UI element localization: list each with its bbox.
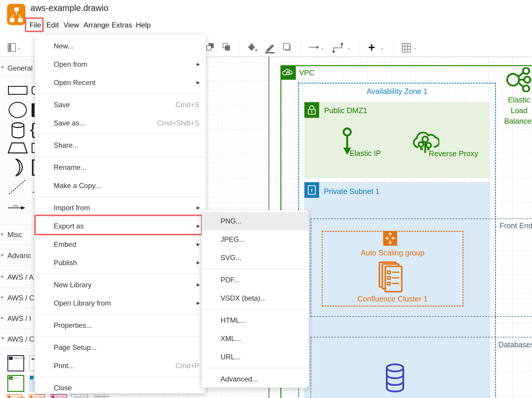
menu-file[interactable]: File — [30, 20, 41, 30]
menu-divider — [202, 307, 309, 311]
vpc-border-top — [280, 65, 532, 66]
menu-divider — [35, 375, 206, 379]
menu-divider — [35, 132, 206, 136]
menu-item-make-a-copy[interactable]: Make a Copy... — [35, 177, 206, 195]
submenu-item-svg[interactable]: SVG... — [202, 249, 309, 267]
private-subnet-lock-icon[interactable] — [304, 182, 319, 198]
connection-button[interactable] — [309, 45, 319, 50]
availability-zone-label: Availability Zone 1 — [298, 87, 496, 96]
menu-item-save-as[interactable]: Save as...Cmd+Shift+S — [35, 114, 206, 132]
line-color-button[interactable] — [264, 43, 276, 54]
chevron-down-icon[interactable]: ▾ — [348, 47, 350, 51]
menu-extras[interactable]: Extras — [112, 20, 132, 30]
menu-divider — [35, 312, 206, 316]
thumb-generic-group-dashed[interactable]: Generic group — [71, 394, 88, 398]
bring-forward-button[interactable] — [206, 43, 215, 52]
chevron-right-icon: ▸ — [1, 314, 4, 321]
menu-arrange[interactable]: Arrange — [84, 20, 109, 30]
public-subnet-lock-icon[interactable] — [304, 102, 319, 118]
app-header: aws-example.drawio File Edit View Arrang… — [0, 0, 532, 32]
shape-dashed-line[interactable] — [8, 179, 27, 195]
table-button[interactable] — [402, 43, 411, 53]
shape-ellipse[interactable] — [9, 102, 27, 118]
thumb-aws-step[interactable]: AWS Step — [51, 394, 67, 398]
menu-item-new[interactable]: New... — [35, 37, 206, 55]
thumb-generic-group-gray[interactable]: Generic group — [93, 394, 106, 398]
menu-item-properties[interactable]: Properties... — [35, 316, 206, 335]
waypoints-button[interactable] — [332, 43, 344, 53]
reverse-proxy-label: Reverse Proxy — [429, 149, 478, 158]
chevron-right-icon: ▸ — [1, 273, 4, 280]
chevron-down-icon[interactable]: ▾ — [414, 47, 416, 51]
insert-button[interactable]: + — [368, 41, 375, 53]
chevron-down-icon[interactable]: ▾ — [18, 47, 20, 51]
auto-scaling-icon[interactable] — [383, 231, 397, 246]
public-dmz-label: Public DMZ1 — [324, 106, 367, 115]
fill-color-button[interactable] — [247, 43, 258, 53]
database-icon[interactable] — [385, 363, 405, 393]
submenu-arrow-icon: ▶ — [197, 73, 200, 92]
elastic-load-balancer-label: Elastic Load Balancer — [501, 94, 532, 126]
submenu-item-jpeg[interactable]: JPEG... — [202, 230, 309, 249]
svg-text:Label: Label — [12, 204, 18, 207]
shape-crescent[interactable] — [10, 158, 26, 177]
chevron-down-icon[interactable]: ▾ — [322, 47, 324, 51]
thumb-ec2-instance[interactable]: EC2 instance — [7, 394, 22, 398]
shape-cylinder[interactable] — [11, 122, 25, 138]
toolbar-divider — [393, 41, 394, 54]
cloud-icon: ☁ — [31, 356, 35, 361]
front-end-label: Front End — [500, 221, 532, 230]
chevron-down-icon[interactable]: ▾ — [381, 47, 383, 51]
menu-help[interactable]: Help — [136, 20, 151, 30]
elastic-load-balancer-icon[interactable] — [505, 67, 531, 92]
submenu-item-png[interactable]: PNG... — [202, 212, 309, 230]
confluence-cluster-icon[interactable] — [378, 261, 403, 293]
thumb-aws-cloud[interactable]: AWS Cloud — [7, 355, 24, 371]
shape-trapezoid[interactable] — [8, 142, 28, 154]
menu-divider — [202, 267, 309, 271]
menu-item-open-library-from[interactable]: Open Library from▶ — [35, 294, 206, 312]
submenu-item-advanced[interactable]: Advanced... — [202, 370, 309, 388]
menu-item-import-from[interactable]: Import from▶ — [35, 199, 206, 217]
shape-arrow-label[interactable]: Label — [8, 204, 27, 210]
submenu-arrow-icon: ▶ — [197, 253, 200, 272]
vpc-cloud-icon[interactable] — [280, 65, 296, 80]
menu-view[interactable]: View — [63, 20, 79, 30]
toolbar-divider — [300, 41, 301, 54]
menu-item-print[interactable]: Print...Cmd+P — [35, 357, 206, 375]
menu-item-publish[interactable]: Publish▶ — [35, 254, 206, 272]
menu-item-new-library[interactable]: New Library▶ — [35, 276, 206, 294]
document-title[interactable]: aws-example.drawio — [30, 3, 108, 13]
thumb-spot-fleet[interactable]: Spot Fleet — [29, 394, 45, 398]
drawio-logo — [7, 4, 25, 25]
menu-divider — [35, 335, 206, 338]
submenu-item-pdf[interactable]: PDF... — [202, 271, 309, 289]
submenu-item-html[interactable]: HTML... — [202, 311, 309, 330]
confluence-cluster-label: Confluence Cluster 1 — [322, 295, 464, 303]
submenu-item-url[interactable]: URL... — [202, 348, 309, 366]
menu-divider — [35, 92, 206, 96]
submenu-item-vsdx[interactable]: VSDX (beta)... — [202, 289, 309, 307]
menu-item-save[interactable]: SaveCmd+S — [35, 96, 206, 114]
menu-divider — [202, 366, 309, 370]
chevron-right-icon: ▸ — [1, 293, 4, 300]
menu-item-share[interactable]: Share... — [35, 136, 206, 154]
menu-divider — [35, 272, 206, 276]
menu-edit[interactable]: Edit — [46, 20, 59, 30]
submenu-item-xml[interactable]: XML... — [202, 330, 309, 348]
send-backward-button[interactable] — [222, 43, 231, 52]
menu-item-open-from[interactable]: Open from▶ — [35, 55, 206, 74]
format-panel-button[interactable] — [8, 43, 16, 52]
menu-item-page-setup[interactable]: Page Setup... — [35, 338, 206, 357]
shape-rectangle[interactable] — [8, 86, 27, 95]
auto-scaling-group-label: Auto Scaling group — [322, 249, 464, 257]
submenu-arrow-icon: ▶ — [197, 198, 200, 217]
menu-item-embed[interactable]: Embed▶ — [35, 235, 206, 254]
menu-item-open-recent[interactable]: Open Recent▶ — [35, 74, 206, 92]
shadow-button[interactable] — [283, 43, 290, 50]
thumb-vpc[interactable]: ☁ VPC — [7, 375, 24, 392]
menu-item-export-as[interactable]: Export as▶ — [35, 217, 206, 235]
menu-item-rename[interactable]: Rename... — [35, 158, 206, 177]
submenu-arrow-icon: ▶ — [197, 217, 200, 235]
menu-item-close[interactable]: Close — [35, 379, 206, 393]
